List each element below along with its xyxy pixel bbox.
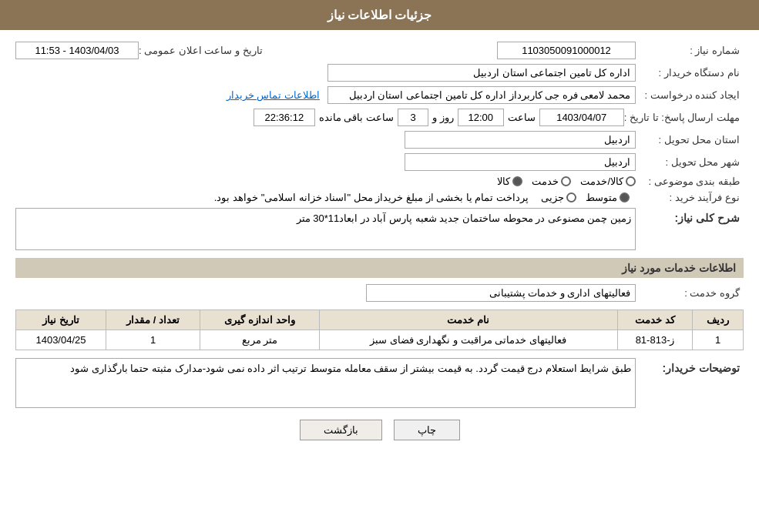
deadline-label: مهلت ارسال پاسخ: تا تاریخ : [624,112,744,123]
category-kala-khadamat-label: کالا/خدمت [580,176,623,187]
category-option-kala[interactable]: کالا [497,176,522,187]
category-kala-label: کالا [497,176,510,187]
creator-row: ایجاد کننده درخواست : محمد لامعی فره جی … [15,86,744,104]
deadline-remaining: 22:36:12 [254,109,315,126]
delivery-city-row: شهر محل تحویل : اردبیل [15,153,744,171]
category-radio-group: کالا/خدمت خدمت کالا [497,176,636,187]
process-type-row: نوع فرآیند خرید : متوسط جزیی پرداخت تمام… [15,192,744,203]
process-option-jozi[interactable]: جزیی [541,192,576,203]
deadline-time: 12:00 [458,109,504,126]
deadline-days-label: روز و [428,112,458,123]
buyer-note-textarea[interactable]: طبق شرایط استعلام درج قیمت گردد. به قیمت… [15,358,636,408]
announce-value: 1403/04/03 - 11:53 [15,42,139,59]
service-group-row: گروه خدمت : فعالیتهای اداری و خدمات پشتی… [15,284,744,302]
category-khadamat-label: خدمت [532,176,559,187]
need-number-row: شماره نیاز : 1103050091000012 تاریخ و سا… [15,42,744,59]
process-jozi-label: جزیی [541,192,564,203]
process-motavasset-label: متوسط [586,192,617,203]
services-table-section: ردیف کد خدمت نام خدمت واحد اندازه گیری ت… [15,309,744,350]
process-option-motavasset[interactable]: متوسط [586,192,630,203]
col-header-unit: واحد اندازه گیری [200,310,319,330]
header-title: جزئیات اطلاعات نیاز [327,8,432,22]
deadline-remaining-label: ساعت باقی مانده [315,112,398,123]
col-header-code: کد خدمت [617,310,693,330]
radio-jozi-icon [566,192,576,202]
deadline-date: 1403/04/07 [539,109,624,126]
delivery-city-value: اردبیل [405,153,636,171]
category-option-kala-khadamat[interactable]: کالا/خدمت [580,176,636,187]
announce-label: تاریخ و ساعت اعلان عمومی : [139,45,267,56]
radio-kala-icon [512,176,522,186]
need-description-textarea[interactable]: زمین چمن مصنوعی در محوطه ساختمان جدید شع… [15,208,636,250]
delivery-province-label: استان محل تحویل : [636,134,744,146]
services-table: ردیف کد خدمت نام خدمت واحد اندازه گیری ت… [15,309,744,350]
print-button[interactable]: چاپ [394,420,460,440]
creator-label: ایجاد کننده درخواست : [636,89,744,101]
category-label: طبقه بندی موضوعی : [636,176,744,187]
need-description-label: شرح کلی نیاز: [636,208,744,224]
col-header-row: ردیف [693,310,744,330]
radio-motavasset-icon [620,192,630,202]
deadline-time-label: ساعت [504,112,539,123]
need-description-row: شرح کلی نیاز: زمین چمن مصنوعی در محوطه س… [15,208,744,250]
deadline-row: مهلت ارسال پاسخ: تا تاریخ : 1403/04/07 س… [15,109,744,126]
delivery-province-row: استان محل تحویل : اردبیل [15,131,744,149]
radio-kala-khadamat-icon [626,176,636,186]
back-button[interactable]: بازگشت [300,420,382,440]
page-header: جزئیات اطلاعات نیاز [0,0,759,30]
buyer-org-row: نام دستگاه خریدار : اداره کل تامین اجتما… [15,64,744,82]
delivery-city-label: شهر محل تحویل : [636,156,744,168]
buyer-note-label: توضیحات خریدار: [636,358,744,374]
contact-link[interactable]: اطلاعات تماس خریدار [227,89,320,101]
radio-khadamat-icon [561,176,571,186]
col-header-qty: تعداد / مقدار [106,310,200,330]
table-row: 1ز-813-81فعالیتهای خدماتی مراقبت و نگهدا… [16,330,744,350]
service-group-label: گروه خدمت : [636,287,744,299]
category-row: طبقه بندی موضوعی : کالا/خدمت خدمت کالا [15,176,744,187]
button-row: چاپ بازگشت [15,420,744,440]
buyer-note-row: توضیحات خریدار: طبق شرایط استعلام درج قی… [15,358,744,408]
process-note: پرداخت تمام یا بخشی از مبلغ خریداز محل "… [208,192,535,203]
services-title-text: اطلاعات خدمات مورد نیاز [622,262,736,274]
delivery-province-value: اردبیل [405,131,636,149]
buyer-org-value: اداره کل تامین اجتماعی استان اردبیل [327,64,636,82]
service-group-value: فعالیتهای اداری و خدمات پشتیبانی [366,284,636,302]
buyer-org-label: نام دستگاه خریدار : [636,67,744,79]
deadline-days: 3 [398,109,428,126]
process-type-label: نوع فرآیند خرید : [636,192,744,203]
need-number-label: شماره نیاز : [636,45,744,56]
creator-value: محمد لامعی فره جی کاربرداز اداره کل تامی… [327,86,636,104]
need-number-value: 1103050091000012 [497,42,636,59]
process-radio-group: متوسط جزیی [541,192,630,203]
col-header-name: نام خدمت [319,310,617,330]
col-header-date: تاریخ نیاز [16,310,106,330]
services-section-title: اطلاعات خدمات مورد نیاز [15,258,744,278]
category-option-khadamat[interactable]: خدمت [532,176,571,187]
